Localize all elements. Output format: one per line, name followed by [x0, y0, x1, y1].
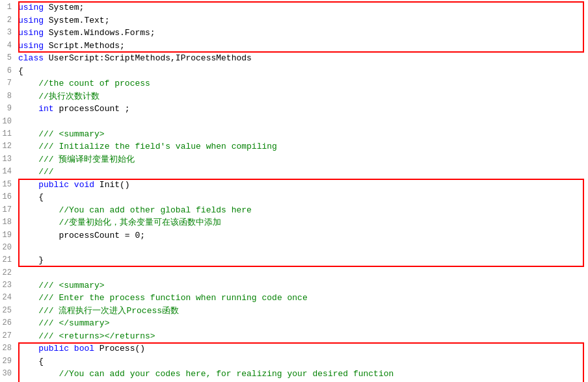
- line-content: class UserScript:ScriptMethods,IProcessM…: [18, 52, 583, 65]
- code-area: 1using System;2using System.Text;3using …: [0, 0, 588, 382]
- line-content: /// <summary>: [18, 128, 583, 141]
- code-line: 15 public void Init(): [0, 179, 583, 192]
- code-line: 19 processCount = 0;: [0, 229, 583, 242]
- code-editor: 1using System;2using System.Text;3using …: [0, 0, 588, 382]
- line-number: 20: [0, 242, 18, 253]
- line-content: /// <returns></returns>: [18, 330, 583, 343]
- code-line: 6{: [0, 65, 583, 78]
- line-number: 15: [0, 179, 18, 190]
- line-content: using System.Windows.Forms;: [18, 27, 583, 40]
- line-number: 17: [0, 204, 18, 216]
- line-content: public void Init(): [18, 179, 583, 192]
- code-line: 13 /// 预编译时变量初始化: [0, 153, 583, 166]
- code-line: 8 //执行次数计数: [0, 90, 583, 103]
- line-content: using System;: [18, 1, 583, 14]
- line-number: 21: [0, 254, 18, 266]
- code-line: 26 /// </summary>: [0, 317, 583, 330]
- line-number: 26: [0, 317, 18, 329]
- line-number: 7: [0, 77, 18, 89]
- line-number: 30: [0, 368, 18, 379]
- line-content: /// Initialize the field's value when co…: [18, 140, 583, 153]
- line-number: 9: [0, 103, 18, 114]
- code-line: 17 //You can add other global fields her…: [0, 204, 583, 217]
- code-line: 2using System.Text;: [0, 14, 583, 27]
- code-line: 12 /// Initialize the field's value when…: [0, 140, 583, 153]
- line-content: public bool Process(): [18, 342, 583, 355]
- line-content: //the count of process: [18, 77, 583, 90]
- line-content: using System.Text;: [18, 14, 583, 27]
- line-number: 8: [0, 90, 18, 102]
- line-number: 23: [0, 279, 18, 291]
- code-line: 10: [0, 116, 583, 128]
- code-line: 11 /// <summary>: [0, 128, 583, 141]
- line-content: /// </summary>: [18, 317, 583, 330]
- line-content: {: [18, 191, 583, 204]
- code-line: 22: [0, 267, 583, 279]
- line-number: 18: [0, 216, 18, 228]
- line-content: //You can add other global fields here: [18, 204, 583, 217]
- line-content: /// 流程执行一次进入Process函数: [18, 305, 583, 318]
- line-content: /// 预编译时变量初始化: [18, 153, 583, 166]
- line-content: //执行次数计数: [18, 90, 583, 103]
- line-number: 22: [0, 267, 18, 279]
- line-number: 25: [0, 305, 18, 316]
- code-line: 29 {: [0, 355, 583, 368]
- code-line: 21 }: [0, 254, 583, 267]
- line-number: 11: [0, 128, 18, 140]
- line-content: using Script.Methods;: [18, 40, 583, 53]
- code-line: 25 /// 流程执行一次进入Process函数: [0, 305, 583, 318]
- code-line: 5class UserScript:ScriptMethods,IProcess…: [0, 52, 583, 65]
- line-content: {: [18, 65, 583, 78]
- code-line: 1using System;: [0, 1, 583, 14]
- line-number: 13: [0, 153, 18, 165]
- code-line: 30 //You can add your codes here, for re…: [0, 368, 583, 381]
- code-line: 20: [0, 242, 583, 254]
- line-content: ///: [18, 166, 583, 179]
- line-content: /// <summary>: [18, 279, 583, 292]
- line-number: 29: [0, 355, 18, 367]
- code-line: 7 //the count of process: [0, 77, 583, 90]
- line-number: 1: [0, 1, 18, 13]
- line-number: 14: [0, 166, 18, 177]
- code-line: 4using Script.Methods;: [0, 40, 583, 53]
- line-content: {: [18, 355, 583, 368]
- code-line: 27 /// <returns></returns>: [0, 330, 583, 343]
- line-number: 24: [0, 292, 18, 303]
- line-content: int processCount ;: [18, 103, 583, 116]
- code-line: 24 /// Enter the process function when r…: [0, 292, 583, 305]
- line-number: 6: [0, 65, 18, 77]
- code-line: 28 public bool Process(): [0, 342, 583, 355]
- line-number: 28: [0, 342, 18, 354]
- line-number: 16: [0, 191, 18, 203]
- code-line: 3using System.Windows.Forms;: [0, 27, 583, 40]
- line-content: //变量初始化，其余变量可在该函数中添加: [18, 216, 583, 229]
- line-content: /// Enter the process function when runn…: [18, 292, 583, 305]
- code-line: 9 int processCount ;: [0, 103, 583, 116]
- code-line: 23 /// <summary>: [0, 279, 583, 292]
- line-number: 12: [0, 140, 18, 152]
- code-line: 16 {: [0, 191, 583, 204]
- line-number: 4: [0, 40, 18, 51]
- code-line: 14 ///: [0, 166, 583, 179]
- line-content: }: [18, 254, 583, 267]
- line-number: 2: [0, 14, 18, 26]
- line-number: 5: [0, 52, 18, 64]
- code-line: 18 //变量初始化，其余变量可在该函数中添加: [0, 216, 583, 229]
- line-number: 19: [0, 229, 18, 241]
- line-content: //You can add your codes here, for reali…: [18, 368, 583, 381]
- line-number: 10: [0, 116, 18, 127]
- line-number: 3: [0, 27, 18, 38]
- line-content: processCount = 0;: [18, 229, 583, 242]
- line-number: 27: [0, 330, 18, 342]
